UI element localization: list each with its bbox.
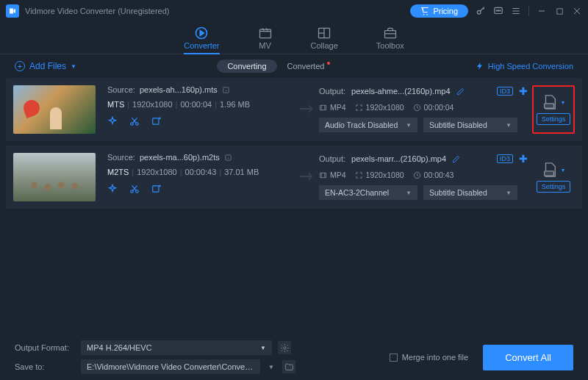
- format-badge: M2TS: [107, 168, 129, 176]
- svg-point-0: [477, 10, 481, 14]
- output-filename: pexels-marr...(2160p).mp4: [351, 154, 446, 163]
- source-column: Source: pexels-ma...60p).m2ts M2TS|1920x…: [96, 153, 300, 201]
- chevron-down-icon: ▼: [506, 190, 512, 196]
- titlebar: Vidmore Video Converter (Unregistered) P…: [0, 0, 588, 22]
- film-icon: [319, 104, 327, 112]
- thumbnail[interactable]: [13, 85, 96, 134]
- info-icon[interactable]: [224, 154, 232, 162]
- tab-converter[interactable]: Converter: [184, 26, 219, 54]
- divider: [528, 6, 529, 16]
- svg-rect-5: [556, 8, 562, 13]
- feedback-icon[interactable]: [493, 6, 503, 16]
- save-to-chevron[interactable]: ▼: [266, 360, 276, 373]
- enhance-icon[interactable]: [151, 184, 162, 194]
- toolbox-icon: [383, 26, 398, 40]
- arrow-icon: [300, 171, 319, 183]
- pencil-icon[interactable]: [452, 155, 460, 163]
- file-item: Source: pexels-ah...160p).mts MTS|1920x1…: [6, 78, 582, 141]
- svg-point-3: [498, 10, 498, 11]
- titlebar-icons: [476, 6, 582, 16]
- converter-icon: [194, 26, 209, 40]
- arrow-icon: [300, 104, 319, 115]
- svg-rect-23: [544, 171, 553, 176]
- tab-collage[interactable]: Collage: [311, 26, 338, 54]
- chevron-down-icon: ▼: [406, 190, 412, 196]
- svg-rect-14: [320, 105, 326, 110]
- audio-track-dropdown[interactable]: EN-AC3-2Channel▼: [319, 185, 417, 200]
- svg-point-4: [500, 10, 501, 11]
- clock-icon: [413, 171, 421, 179]
- add-files-label: Add Files: [29, 61, 66, 71]
- add-output-icon[interactable]: ✚: [519, 85, 528, 97]
- pencil-icon[interactable]: [456, 87, 465, 96]
- cut-icon[interactable]: [129, 184, 140, 194]
- footer: Output Format: MP4 H.264/HEVC▼ Save to: …: [0, 334, 588, 380]
- thumbnail[interactable]: [13, 153, 96, 201]
- pricing-label: Pricing: [433, 7, 458, 15]
- svg-rect-7: [259, 29, 270, 38]
- add-files-button[interactable]: + Add Files ▼: [15, 61, 76, 71]
- audio-track-dropdown[interactable]: Audio Track Disabled▼: [319, 118, 417, 132]
- app-logo: [6, 4, 19, 18]
- subtitle-dropdown[interactable]: Subtitle Disabled▼: [423, 185, 517, 200]
- main-nav: Converter MV Collage Toolbox: [0, 22, 588, 54]
- format-settings-icon[interactable]: [278, 341, 291, 354]
- tab-mv[interactable]: MV: [258, 26, 273, 54]
- file-format-icon: [542, 94, 558, 110]
- mv-icon: [258, 26, 273, 40]
- save-to-dropdown[interactable]: E:\Vidmore\Vidmore Video Converter\Conve…: [81, 359, 260, 374]
- id3-button[interactable]: ID3: [497, 154, 513, 163]
- minimize-button[interactable]: [537, 6, 547, 16]
- output-format-button[interactable]: ▼: [542, 162, 566, 178]
- tab-converter-label: Converter: [184, 41, 219, 50]
- browse-folder-icon[interactable]: [282, 360, 295, 373]
- menu-icon[interactable]: [511, 6, 521, 16]
- output-format-button[interactable]: ▼: [542, 94, 566, 110]
- mode-tabs: Converting Converted: [217, 60, 334, 73]
- film-icon: [319, 171, 327, 179]
- cut-icon[interactable]: [129, 116, 140, 126]
- pricing-button[interactable]: Pricing: [410, 4, 468, 18]
- clock-icon: [413, 104, 421, 112]
- edit-effects-icon[interactable]: [107, 116, 118, 126]
- chevron-down-icon: ▼: [506, 122, 512, 129]
- output-format-label: Output Format:: [15, 343, 75, 352]
- collage-icon: [317, 26, 331, 40]
- merge-label: Merge into one file: [402, 353, 469, 362]
- output-label: Output:: [319, 87, 345, 96]
- close-button[interactable]: [572, 6, 582, 16]
- mode-converted[interactable]: Converted: [277, 60, 335, 73]
- source-label: Source:: [107, 153, 135, 162]
- id3-button[interactable]: ID3: [497, 87, 513, 96]
- window-title: Vidmore Video Converter (Unregistered): [25, 7, 410, 15]
- source-label: Source:: [107, 85, 135, 94]
- tab-mv-label: MV: [259, 41, 271, 50]
- format-settings-highlighted: ▼ Settings: [532, 85, 575, 134]
- file-list: Source: pexels-ah...160p).mts MTS|1920x1…: [0, 78, 588, 209]
- settings-button[interactable]: Settings: [537, 113, 571, 125]
- settings-button[interactable]: Settings: [537, 181, 571, 193]
- edit-effects-icon[interactable]: [107, 184, 118, 194]
- output-format-dropdown[interactable]: MP4 H.264/HEVC▼: [81, 340, 272, 355]
- key-icon[interactable]: [476, 6, 486, 16]
- subtitle-dropdown[interactable]: Subtitle Disabled▼: [423, 118, 517, 132]
- add-output-icon[interactable]: ✚: [519, 153, 528, 165]
- convert-all-button[interactable]: Convert All: [483, 345, 573, 370]
- chevron-down-icon: ▼: [561, 168, 566, 173]
- mode-converting[interactable]: Converting: [217, 60, 276, 73]
- source-column: Source: pexels-ah...160p).mts MTS|1920x1…: [96, 85, 300, 134]
- lightning-icon: [476, 62, 484, 71]
- resolution-icon: [355, 104, 363, 112]
- chevron-down-icon: ▼: [71, 63, 76, 70]
- source-meta: MTS|1920x1080|00:00:04|1.96 MB: [107, 100, 287, 109]
- maximize-button[interactable]: [554, 6, 564, 16]
- tab-toolbox[interactable]: Toolbox: [376, 26, 404, 54]
- notification-dot: [327, 62, 330, 65]
- merge-checkbox[interactable]: Merge into one file: [390, 353, 469, 362]
- enhance-icon[interactable]: [151, 116, 162, 126]
- high-speed-button[interactable]: High Speed Conversion: [476, 62, 573, 71]
- svg-point-2: [496, 10, 497, 11]
- plus-icon: +: [15, 61, 25, 71]
- chevron-down-icon: ▼: [406, 122, 412, 129]
- info-icon[interactable]: [222, 86, 230, 94]
